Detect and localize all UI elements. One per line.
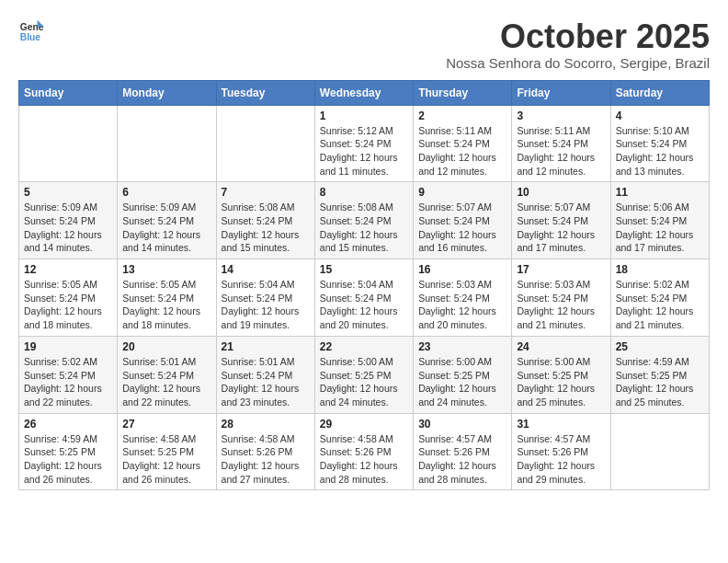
day-info: Sunrise: 5:02 AMSunset: 5:24 PMDaylight:… (616, 278, 704, 332)
day-info: Sunrise: 5:12 AMSunset: 5:24 PMDaylight:… (320, 124, 408, 178)
calendar-cell: 10Sunrise: 5:07 AMSunset: 5:24 PMDayligh… (512, 182, 610, 259)
calendar-cell: 2Sunrise: 5:11 AMSunset: 5:24 PMDaylight… (414, 105, 512, 182)
weekday-header-friday: Friday (512, 80, 610, 105)
day-info: Sunrise: 4:59 AMSunset: 5:25 PMDaylight:… (616, 355, 704, 409)
day-number: 24 (517, 340, 605, 353)
calendar-cell: 11Sunrise: 5:06 AMSunset: 5:24 PMDayligh… (610, 182, 709, 259)
svg-text:Blue: Blue (20, 32, 41, 42)
calendar-cell: 31Sunrise: 4:57 AMSunset: 5:26 PMDayligh… (512, 413, 610, 490)
day-info: Sunrise: 5:04 AMSunset: 5:24 PMDaylight:… (320, 278, 408, 332)
calendar-cell: 12Sunrise: 5:05 AMSunset: 5:24 PMDayligh… (19, 259, 118, 337)
day-info: Sunrise: 5:11 AMSunset: 5:24 PMDaylight:… (418, 124, 506, 178)
day-number: 22 (320, 340, 408, 353)
calendar-cell: 29Sunrise: 4:58 AMSunset: 5:26 PMDayligh… (314, 413, 413, 490)
day-info: Sunrise: 5:09 AMSunset: 5:24 PMDaylight:… (122, 201, 210, 255)
day-number: 7 (222, 186, 310, 199)
calendar-cell: 7Sunrise: 5:08 AMSunset: 5:24 PMDaylight… (216, 182, 314, 259)
weekday-header-monday: Monday (118, 80, 216, 105)
day-info: Sunrise: 4:58 AMSunset: 5:26 PMDaylight:… (222, 432, 310, 487)
calendar-cell (610, 413, 709, 490)
day-number: 25 (616, 340, 704, 353)
day-number: 18 (616, 263, 704, 276)
day-number: 3 (517, 109, 605, 122)
day-info: Sunrise: 5:07 AMSunset: 5:24 PMDaylight:… (418, 201, 506, 255)
day-info: Sunrise: 5:06 AMSunset: 5:24 PMDaylight:… (616, 201, 704, 255)
day-number: 23 (418, 340, 506, 353)
day-number: 15 (320, 263, 408, 276)
day-number: 19 (24, 340, 112, 353)
calendar-cell: 8Sunrise: 5:08 AMSunset: 5:24 PMDaylight… (314, 182, 413, 259)
calendar-cell: 24Sunrise: 5:00 AMSunset: 5:25 PMDayligh… (512, 336, 610, 413)
day-info: Sunrise: 5:09 AMSunset: 5:24 PMDaylight:… (24, 201, 112, 255)
title-area: October 2025 Nossa Senhora do Socorro, S… (446, 18, 710, 71)
day-number: 26 (24, 418, 112, 431)
calendar-cell: 20Sunrise: 5:01 AMSunset: 5:24 PMDayligh… (118, 336, 216, 413)
calendar-cell: 15Sunrise: 5:04 AMSunset: 5:24 PMDayligh… (314, 259, 413, 337)
calendar-cell: 22Sunrise: 5:00 AMSunset: 5:25 PMDayligh… (314, 336, 413, 413)
day-info: Sunrise: 4:57 AMSunset: 5:26 PMDaylight:… (418, 432, 506, 487)
day-number: 11 (616, 186, 704, 199)
weekday-header-wednesday: Wednesday (314, 80, 413, 105)
calendar-cell (216, 105, 314, 182)
month-title: October 2025 (446, 18, 710, 55)
calendar-cell: 18Sunrise: 5:02 AMSunset: 5:24 PMDayligh… (610, 259, 709, 337)
day-info: Sunrise: 4:57 AMSunset: 5:26 PMDaylight:… (517, 432, 605, 487)
day-info: Sunrise: 5:02 AMSunset: 5:24 PMDaylight:… (24, 355, 112, 409)
weekday-header-thursday: Thursday (414, 80, 512, 105)
day-info: Sunrise: 5:00 AMSunset: 5:25 PMDaylight:… (418, 355, 506, 409)
day-info: Sunrise: 5:03 AMSunset: 5:24 PMDaylight:… (418, 278, 506, 332)
day-info: Sunrise: 5:07 AMSunset: 5:24 PMDaylight:… (517, 201, 605, 255)
day-info: Sunrise: 5:04 AMSunset: 5:24 PMDaylight:… (222, 278, 310, 332)
week-row-3: 12Sunrise: 5:05 AMSunset: 5:24 PMDayligh… (19, 259, 710, 337)
calendar-cell: 25Sunrise: 4:59 AMSunset: 5:25 PMDayligh… (610, 336, 709, 413)
logo: General Blue (18, 18, 44, 44)
calendar-cell: 6Sunrise: 5:09 AMSunset: 5:24 PMDaylight… (118, 182, 216, 259)
day-number: 31 (517, 418, 605, 431)
day-info: Sunrise: 5:08 AMSunset: 5:24 PMDaylight:… (222, 201, 310, 255)
day-info: Sunrise: 5:00 AMSunset: 5:25 PMDaylight:… (320, 355, 408, 409)
day-info: Sunrise: 5:03 AMSunset: 5:24 PMDaylight:… (517, 278, 605, 332)
calendar-cell (19, 105, 118, 182)
calendar-cell: 16Sunrise: 5:03 AMSunset: 5:24 PMDayligh… (414, 259, 512, 337)
day-info: Sunrise: 4:58 AMSunset: 5:26 PMDaylight:… (320, 432, 408, 487)
day-number: 16 (418, 263, 506, 276)
calendar-cell: 13Sunrise: 5:05 AMSunset: 5:24 PMDayligh… (118, 259, 216, 337)
calendar-cell: 23Sunrise: 5:00 AMSunset: 5:25 PMDayligh… (414, 336, 512, 413)
day-number: 9 (418, 186, 506, 199)
calendar-cell: 4Sunrise: 5:10 AMSunset: 5:24 PMDaylight… (610, 105, 709, 182)
day-number: 30 (418, 418, 506, 431)
day-info: Sunrise: 5:11 AMSunset: 5:24 PMDaylight:… (517, 124, 605, 178)
day-number: 6 (122, 186, 210, 199)
day-number: 1 (320, 109, 408, 122)
calendar-table: SundayMondayTuesdayWednesdayThursdayFrid… (18, 80, 710, 491)
calendar-cell: 9Sunrise: 5:07 AMSunset: 5:24 PMDaylight… (414, 182, 512, 259)
day-number: 14 (222, 263, 310, 276)
day-info: Sunrise: 5:08 AMSunset: 5:24 PMDaylight:… (320, 201, 408, 255)
calendar-cell (118, 105, 216, 182)
weekday-header-tuesday: Tuesday (216, 80, 314, 105)
calendar-cell: 3Sunrise: 5:11 AMSunset: 5:24 PMDaylight… (512, 105, 610, 182)
day-number: 2 (418, 109, 506, 122)
week-row-1: 1Sunrise: 5:12 AMSunset: 5:24 PMDaylight… (19, 105, 710, 182)
weekday-header-sunday: Sunday (19, 80, 118, 105)
day-info: Sunrise: 5:10 AMSunset: 5:24 PMDaylight:… (616, 124, 704, 178)
day-info: Sunrise: 4:59 AMSunset: 5:25 PMDaylight:… (24, 432, 112, 487)
week-row-5: 26Sunrise: 4:59 AMSunset: 5:25 PMDayligh… (19, 413, 710, 490)
day-number: 8 (320, 186, 408, 199)
calendar-cell: 21Sunrise: 5:01 AMSunset: 5:24 PMDayligh… (216, 336, 314, 413)
calendar-cell: 27Sunrise: 4:58 AMSunset: 5:25 PMDayligh… (118, 413, 216, 490)
week-row-2: 5Sunrise: 5:09 AMSunset: 5:24 PMDaylight… (19, 182, 710, 259)
calendar-cell: 17Sunrise: 5:03 AMSunset: 5:24 PMDayligh… (512, 259, 610, 337)
day-number: 10 (517, 186, 605, 199)
day-number: 28 (222, 418, 310, 431)
day-number: 17 (517, 263, 605, 276)
day-number: 21 (222, 340, 310, 353)
logo-icon: General Blue (18, 18, 44, 44)
weekday-header-row: SundayMondayTuesdayWednesdayThursdayFrid… (19, 80, 710, 105)
day-info: Sunrise: 4:58 AMSunset: 5:25 PMDaylight:… (122, 432, 210, 487)
location-subtitle: Nossa Senhora do Socorro, Sergipe, Brazi… (446, 55, 710, 71)
day-number: 13 (122, 263, 210, 276)
calendar-cell: 30Sunrise: 4:57 AMSunset: 5:26 PMDayligh… (414, 413, 512, 490)
day-number: 29 (320, 418, 408, 431)
calendar-cell: 19Sunrise: 5:02 AMSunset: 5:24 PMDayligh… (19, 336, 118, 413)
